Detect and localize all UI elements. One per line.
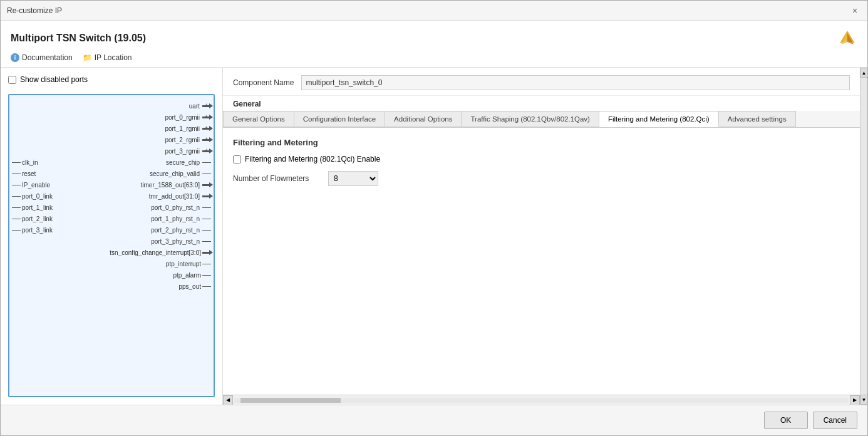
show-disabled-checkbox[interactable] <box>8 76 16 84</box>
ptp-alarm-label: ptp_alarm <box>173 272 201 279</box>
p1r-plus: + <box>205 125 208 130</box>
p0l-line <box>12 196 21 197</box>
cancel-button[interactable]: Cancel <box>813 412 857 429</box>
port-row-p1link: port_1_link port_0_phy_rst_n <box>12 202 211 213</box>
tabs-container: General Options Configuration Interface … <box>223 111 860 128</box>
component-name-input[interactable] <box>301 75 850 90</box>
port-3rgmii-label: port_3_rgmii <box>165 148 200 155</box>
p2r-arrow <box>209 137 213 142</box>
p3l-left: port_3_link <box>12 227 53 234</box>
port-row-port0rgmii: port_0_rgmii + <box>12 112 211 123</box>
right-scrollbar: ▲ ▼ <box>860 68 867 405</box>
p3phy-line <box>202 241 211 242</box>
component-diagram: uart + port_0_rgmii <box>8 94 215 397</box>
port-row-clk: clk_in secure_chip <box>12 157 211 168</box>
scroll-arrow-up[interactable]: ▲ <box>860 68 868 78</box>
timer-bus <box>202 184 211 186</box>
show-disabled-row: Show disabled ports <box>8 75 215 84</box>
clk-left: clk_in <box>12 159 38 166</box>
filtering-enable-checkbox[interactable] <box>233 155 241 164</box>
p0rgmii-line: + <box>202 117 211 118</box>
ipe-line <box>12 185 21 185</box>
info-icon: i <box>11 53 19 62</box>
port-1rgmii-label: port_1_rgmii <box>165 125 200 132</box>
ptp-alarm-line <box>202 275 211 276</box>
general-label: General <box>223 96 860 111</box>
port-uart-right: uart + <box>189 103 211 110</box>
tsn-int-bus <box>202 252 211 254</box>
horiz-track[interactable] <box>234 398 849 403</box>
port-1rgmii-right: port_1_rgmii + <box>165 125 211 132</box>
secure-chip-label: secure_chip <box>166 159 200 166</box>
port-row-ptp-int: ptp_interrupt <box>12 258 211 269</box>
tab-advanced-settings[interactable]: Advanced settings <box>719 111 796 127</box>
p3r-arrow <box>209 148 213 153</box>
port-row-reset: reset secure_chip_valid <box>12 168 211 179</box>
horiz-scroll-left[interactable]: ◀ <box>223 395 233 405</box>
timer-arrow <box>209 182 213 187</box>
p0l-label: port_0_link <box>22 193 53 200</box>
filtering-checkbox-label: Filtering and Metering (802.1Qci) Enable <box>245 155 380 164</box>
flowmeters-row: Number of Flowmeters 2 4 8 16 32 <box>233 171 850 186</box>
documentation-link[interactable]: i Documentation <box>11 53 73 62</box>
tab-additional-options[interactable]: Additional Options <box>385 111 462 127</box>
p2phy-line <box>202 230 211 231</box>
p0l-left: port_0_link <box>12 193 53 200</box>
p1r-arrow <box>209 126 213 131</box>
app-logo <box>837 28 857 48</box>
tab-general-options[interactable]: General Options <box>223 111 294 127</box>
secure-chip-right: secure_chip <box>166 159 211 166</box>
flowmeters-label: Number of Flowmeters <box>233 174 321 183</box>
tsn-int-arrow <box>209 250 213 255</box>
tsn-int-label: tsn_config_change_interrupt[3:0] <box>110 249 201 256</box>
p0r-plus: + <box>205 113 208 119</box>
ip-location-link[interactable]: 📁 IP Location <box>83 53 132 62</box>
tab-content: Filtering and Metering Filtering and Met… <box>223 128 860 395</box>
ipe-left: IP_enable <box>12 182 50 189</box>
p2l-left: port_2_link <box>12 215 53 222</box>
port-row-p0link: port_0_link tmr_add_out[31:0] <box>12 190 211 202</box>
horiz-scroll-right[interactable]: ▶ <box>850 395 860 405</box>
port-row-uart: uart + <box>12 100 211 112</box>
uart-arrow <box>209 103 213 108</box>
right-panel-content: Component Name General General Options C… <box>223 68 860 405</box>
close-button[interactable]: × <box>849 4 861 17</box>
p3l-label: port_3_link <box>22 227 53 234</box>
scv-label: secure_chip_valid <box>150 170 200 177</box>
scv-line <box>202 174 211 174</box>
p1phy-line <box>202 219 211 219</box>
tab-configuration-interface[interactable]: Configuration Interface <box>294 111 385 127</box>
p1l-left: port_1_link <box>12 204 53 211</box>
diagram-inner: uart + port_0_rgmii <box>9 95 214 396</box>
timer-right: timer_1588_out[63:0] <box>140 182 211 189</box>
header-links: i Documentation 📁 IP Location <box>11 53 857 62</box>
tab-traffic-shaping[interactable]: Traffic Shaping (802.1Qbv/802.1Qav) <box>462 111 599 127</box>
scroll-track[interactable] <box>860 78 868 395</box>
port-0rgmii-label: port_0_rgmii <box>165 114 200 121</box>
port-row-port1rgmii: port_1_rgmii + <box>12 123 211 134</box>
folder-icon: 📁 <box>83 53 92 62</box>
sc-line <box>202 162 211 163</box>
title-bar-left: Re-customize IP <box>7 6 62 15</box>
port-row-ip-enable: IP_enable timer_1588_out[63:0] <box>12 179 211 190</box>
port-row-ptp-alarm: ptp_alarm <box>12 269 211 281</box>
timer-label: timer_1588_out[63:0] <box>140 182 200 189</box>
clk-line <box>12 162 21 163</box>
p2l-label: port_2_link <box>22 215 53 222</box>
flowmeters-select[interactable]: 2 4 8 16 32 <box>328 171 378 186</box>
port-row-tsn-int: tsn_config_change_interrupt[3:0] <box>12 247 211 258</box>
main-window: Re-customize IP × Multiport TSN Switch (… <box>0 0 868 436</box>
port-row-p2link: port_2_link port_1_phy_rst_n <box>12 213 211 224</box>
scroll-arrow-down[interactable]: ▼ <box>860 395 868 405</box>
port-uart-label: uart <box>189 103 200 110</box>
p0r-arrow <box>209 115 213 120</box>
p0phy-label: port_0_phy_rst_n <box>151 204 200 211</box>
component-name-label: Component Name <box>233 78 294 87</box>
p2l-line <box>12 219 21 219</box>
ptp-int-label: ptp_interrupt <box>166 261 201 267</box>
tab-filtering-metering[interactable]: Filtering and Metering (802.Qci) <box>599 111 719 127</box>
ok-button[interactable]: OK <box>764 412 808 429</box>
p3phy-right: port_3_phy_rst_n <box>151 238 211 245</box>
filtering-checkbox-row: Filtering and Metering (802.1Qci) Enable <box>233 155 850 164</box>
p0phy-line <box>202 207 211 208</box>
